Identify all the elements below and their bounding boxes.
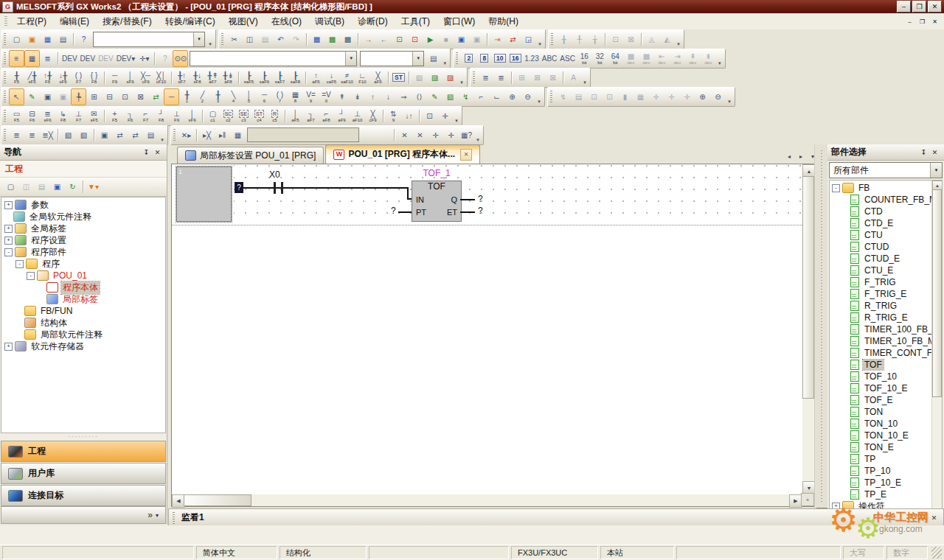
output-window-button[interactable]: ≣ xyxy=(40,50,55,67)
parts-item[interactable]: CTD xyxy=(830,206,942,217)
parts-item[interactable]: TON_E xyxy=(830,441,942,453)
sort-updown-button[interactable]: ↓↑ xyxy=(401,108,417,125)
plc-diagnostics-button[interactable]: ◲ xyxy=(521,31,536,48)
comment-green-button[interactable]: ▨ xyxy=(427,69,442,86)
zoom-out-2-button[interactable]: ⊖ xyxy=(710,88,726,105)
chevron-down-icon[interactable]: ▾ xyxy=(156,512,159,519)
chevron-down-icon[interactable]: ▾ xyxy=(930,163,942,178)
cross-del-1-button[interactable]: ✕ xyxy=(397,127,412,144)
write-to-plc-button[interactable]: → xyxy=(361,31,376,48)
delete-vertical-line-button[interactable]: ╳│cF10 xyxy=(153,69,169,86)
st-c4-button[interactable]: STc4 xyxy=(251,108,267,125)
delete-column-button[interactable]: ⊠ xyxy=(133,88,148,105)
toolbar-combobox[interactable]: ▾ xyxy=(93,32,205,47)
horizontal-scrollbar[interactable]: ◀ ▶ xyxy=(172,494,802,506)
horizontal-line-button[interactable]: ─F9 xyxy=(107,69,122,86)
device-batch-button[interactable]: ▩ xyxy=(324,31,340,48)
toolbar-grip-icon[interactable] xyxy=(173,129,176,141)
close-icon[interactable]: ✕ xyxy=(929,513,940,523)
nav-button-user-library[interactable]: 用户库 xyxy=(1,463,166,484)
comment-edit-button[interactable]: ▧ xyxy=(442,88,458,105)
fb-register-2-button[interactable]: ▧ xyxy=(76,127,91,144)
tree-item-comment[interactable]: 全局软元件注释 xyxy=(1,211,165,223)
word-64bit-button[interactable]: 64bit xyxy=(608,50,623,67)
doc-exchange-1-button[interactable]: ⇄ xyxy=(112,127,128,144)
expand-toggle-icon[interactable]: + xyxy=(4,237,13,245)
pulse-open-2-button[interactable]: ╂↟aF7 xyxy=(205,69,221,86)
ladder-list-sf6-button[interactable]: ≣sF6 xyxy=(40,108,55,125)
tee-af10-button[interactable]: ⊥aF10 xyxy=(350,108,365,125)
sort-filter-button[interactable]: ▼▾ xyxy=(86,178,101,195)
line-key-5-button[interactable]: │5 xyxy=(241,88,257,105)
fb-selection-toggle-button[interactable]: ▦ xyxy=(24,50,40,67)
new-project-button[interactable]: ▢ xyxy=(9,31,24,48)
toolbar-options-icon[interactable]: ▾ xyxy=(458,69,465,87)
parts-item[interactable]: CTUD xyxy=(830,241,942,253)
parts-item[interactable]: COUNTER_FB_M xyxy=(830,194,942,206)
parts-item[interactable]: TIMER_10_FB_M xyxy=(830,335,942,347)
tab-scroll-right-icon[interactable]: ▸ xyxy=(796,151,806,161)
list-append-button[interactable]: ≣ xyxy=(493,69,509,86)
tree-item-body[interactable]: 程序本体 xyxy=(1,281,165,293)
corner-f8-button[interactable]: ┘F8 xyxy=(153,108,169,125)
toolbar-combobox[interactable]: ▾ xyxy=(190,51,357,66)
intelligent-module-button[interactable]: ⇥ xyxy=(490,31,505,48)
tree-item-param[interactable]: +参数 xyxy=(1,199,165,211)
display-dec-button[interactable]: 10 xyxy=(492,50,507,67)
contact-key-1-button[interactable]: ╂1 xyxy=(179,88,195,105)
tree-item-folder2[interactable]: FB/FUN xyxy=(1,305,165,317)
device-monitor-1-button[interactable]: ▣ xyxy=(454,31,469,48)
toolbar-options-icon[interactable]: ▾ xyxy=(453,107,460,125)
corner-f7-button[interactable]: ⌐F7 xyxy=(138,108,153,125)
pin-icon[interactable]: ↧ xyxy=(918,147,929,158)
doc-delete-button[interactable]: ▤ xyxy=(143,127,159,144)
swap-green-button[interactable]: ⇄ xyxy=(148,88,164,105)
tree-item-pou[interactable]: -POU_01 xyxy=(1,270,165,281)
panel-splitter[interactable]: ········· xyxy=(0,433,167,440)
toolbar-grip-icon[interactable] xyxy=(4,71,6,83)
application-instruction-button[interactable]: { }F8 xyxy=(86,69,102,86)
toolbar-options-icon[interactable]: ▾ xyxy=(581,69,589,87)
fb-key-8-button[interactable]: ▦8 xyxy=(288,88,303,105)
doc-exchange-2-button[interactable]: ⇄ xyxy=(128,127,143,144)
expand-toggle-icon[interactable]: + xyxy=(4,343,13,351)
word-16bit-button[interactable]: 16bit xyxy=(577,50,592,67)
delete-row-button[interactable]: ⊟ xyxy=(102,88,117,105)
menu-item[interactable]: 工具(T) xyxy=(395,14,437,29)
close-tab-icon[interactable]: ✕ xyxy=(460,149,472,161)
tree-item-folder[interactable]: -程序 xyxy=(1,258,165,270)
menu-item[interactable]: 搜索/替换(F) xyxy=(96,14,159,29)
toolbar-grip-icon[interactable] xyxy=(4,91,6,102)
mdi-restore-button[interactable]: ❒ xyxy=(917,17,928,27)
parts-scroll-thumb[interactable] xyxy=(932,189,942,397)
falling-pulse-button[interactable]: ↓caF5 xyxy=(324,69,339,86)
project-tree-toggle-button[interactable]: ≡ xyxy=(9,50,24,67)
parts-item[interactable]: TOF_10 xyxy=(830,371,942,382)
contact-key-4-button[interactable]: ╲4 xyxy=(226,88,241,105)
reset-c5-button[interactable]: Rc5 xyxy=(267,108,282,125)
chevron-down-icon[interactable]: ▾ xyxy=(193,32,204,46)
coil-button[interactable]: ( )F7 xyxy=(71,69,86,86)
tree-item-llabel[interactable]: 局部标签 xyxy=(1,293,165,305)
line-mode-button[interactable]: ─ xyxy=(164,88,179,105)
refresh-view-button[interactable]: ↻ xyxy=(65,178,80,195)
ladder-block-f6-button[interactable]: ⊟F6 xyxy=(24,108,40,125)
toolbar-options-icon[interactable]: ▾ xyxy=(159,126,166,144)
cross-reference-search-button[interactable]: ✛▾ xyxy=(136,50,152,67)
close-icon[interactable]: ✕ xyxy=(929,147,940,158)
sim-grid-button[interactable]: ▦ xyxy=(230,127,246,144)
pulse-open-button[interactable]: ╂↑sF7 xyxy=(174,69,190,86)
parts-item[interactable]: TP_10 xyxy=(830,465,942,477)
step-ladder-button[interactable]: ∟F10 xyxy=(355,69,370,86)
copy-button[interactable]: ◫ xyxy=(242,31,257,48)
ladder-editor[interactable]: 1 ? X0 TOF_1 TOF IN Q PT ET ? ? ? ▲ xyxy=(171,164,815,507)
parts-item[interactable]: TON_10 xyxy=(830,418,942,430)
toolbar-grip-icon[interactable] xyxy=(456,52,458,64)
comment-red-button[interactable]: ▨ xyxy=(442,69,458,86)
new-data-button[interactable]: ▢ xyxy=(3,178,18,195)
sim-skip-button[interactable]: ✕▸ xyxy=(178,127,194,144)
rising-single-button[interactable]: ↑ xyxy=(365,88,381,105)
editor-tab-0[interactable]: 局部标签设置 POU_01 [PRG] xyxy=(177,147,324,164)
line-key-6-button[interactable]: ─6 xyxy=(257,88,272,105)
corner-af9-button[interactable]: ┘aF9 xyxy=(334,108,350,125)
